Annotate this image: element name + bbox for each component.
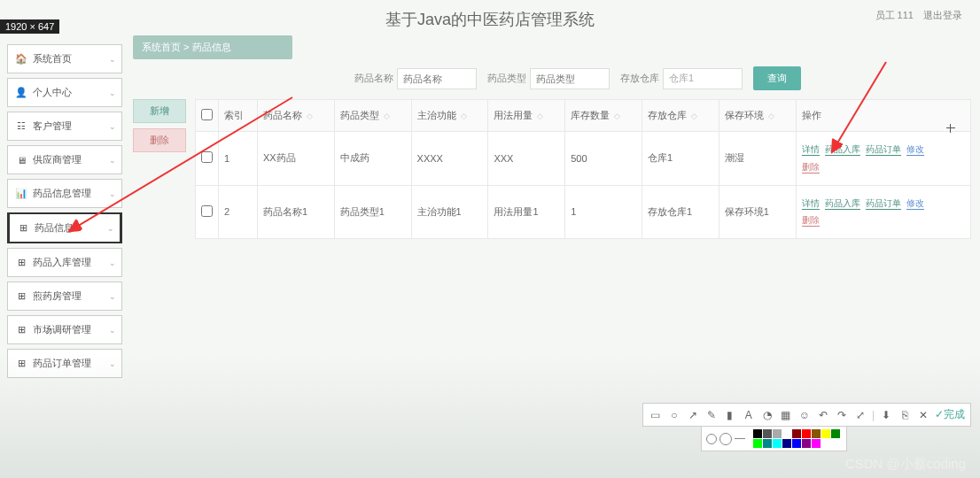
add-button[interactable]: 新增 [133, 99, 186, 123]
in-link[interactable]: 药品入库 [825, 144, 860, 156]
sidebar-item-药品入库管理[interactable]: ⊞药品入库管理⌄ [7, 248, 122, 277]
breadcrumb-current: 药品信息 [192, 42, 231, 52]
menu-label: 市场调研管理 [33, 323, 91, 336]
swatch[interactable] [763, 429, 772, 438]
detail-link[interactable]: 详情 [802, 144, 820, 156]
circle-icon[interactable]: ○ [667, 408, 681, 422]
menu-icon: ☷ [15, 120, 27, 133]
delete-button[interactable]: 删除 [133, 128, 186, 152]
swatch[interactable] [802, 429, 811, 438]
side-actions: 新增 删除 [133, 99, 186, 239]
swatch[interactable] [773, 429, 782, 438]
menu-icon: 🖥 [15, 154, 27, 166]
redo-icon[interactable]: ↷ [835, 408, 849, 422]
edit-link[interactable]: 修改 [906, 198, 924, 210]
col-4[interactable]: 用法用量 ◇ [488, 100, 565, 132]
menu-label: 药品入库管理 [33, 256, 91, 269]
in-link[interactable]: 药品入库 [825, 198, 860, 210]
swatch[interactable] [792, 439, 801, 448]
swatch[interactable] [763, 439, 772, 448]
mosaic-icon[interactable]: ▦ [779, 408, 793, 422]
copy-icon[interactable]: ⎘ [898, 408, 912, 422]
chevron-down-icon: ⌄ [109, 326, 116, 335]
done-button[interactable]: ✓完成 [935, 407, 965, 422]
menu-label: 客户管理 [33, 120, 72, 133]
search-bar: 药品名称 药品类型 存放仓库 查询 [354, 66, 971, 90]
menu-label: 药品信息 [35, 221, 74, 235]
swatch[interactable] [753, 439, 762, 448]
swatch[interactable] [782, 429, 791, 438]
sidebar-item-煎药房管理[interactable]: ⊞煎药房管理⌄ [7, 281, 122, 311]
col-5[interactable]: 库存数量 ◇ [565, 100, 642, 132]
edit-link[interactable]: 修改 [906, 144, 924, 156]
sidebar-item-个人中心[interactable]: 👤个人中心⌄ [7, 78, 122, 107]
cell-usage: 用法用量1 [488, 185, 565, 239]
swatch[interactable] [812, 429, 821, 438]
swatch[interactable] [831, 429, 840, 438]
marker-icon[interactable]: ▮ [723, 408, 737, 422]
dot-small[interactable] [706, 434, 717, 444]
sidebar-item-供应商管理[interactable]: 🖥供应商管理⌄ [7, 145, 122, 174]
chevron-down-icon: ⌄ [109, 156, 116, 165]
select-all[interactable] [196, 100, 219, 132]
screenshot-toolbar[interactable]: ▭ ○ ↗ ✎ ▮ A ◔ ▦ ☺ ↶ ↷ ⤢ | ⬇ ⎘ ✕ ✓完成 [642, 403, 971, 427]
col-2[interactable]: 药品类型 ◇ [334, 100, 411, 132]
swatch[interactable] [782, 439, 791, 448]
text-icon[interactable]: A [742, 408, 756, 422]
cell-usage: XXX [488, 132, 565, 186]
col-1[interactable]: 药品名称 ◇ [257, 100, 334, 132]
swatch[interactable] [773, 439, 782, 448]
dot-large[interactable] [719, 433, 732, 445]
col-8[interactable]: 操作 [796, 100, 970, 132]
type-input[interactable] [530, 68, 610, 89]
sidebar-item-客户管理[interactable]: ☷客户管理⌄ [7, 112, 122, 141]
breadcrumb: 系统首页 > 药品信息 [133, 35, 292, 59]
color-palette[interactable] [701, 426, 847, 451]
pin-icon[interactable]: ⤢ [853, 408, 867, 422]
undo-icon[interactable]: ↶ [816, 408, 830, 422]
col-6[interactable]: 存放仓库 ◇ [642, 100, 719, 132]
arrow-icon[interactable]: ↗ [686, 408, 700, 422]
rect-icon[interactable]: ▭ [649, 408, 663, 422]
row-check[interactable] [196, 132, 219, 186]
col-7[interactable]: 保存环境 ◇ [719, 100, 796, 132]
swatch[interactable] [812, 439, 821, 448]
sidebar-item-药品信息管理[interactable]: 📊药品信息管理⌄ [7, 179, 122, 208]
row-check[interactable] [196, 185, 219, 239]
col-0[interactable]: 索引 [219, 100, 258, 132]
close-icon[interactable]: ✕ [916, 408, 930, 422]
menu-icon: ⊞ [17, 222, 29, 235]
swatch[interactable] [821, 429, 830, 438]
detail-link[interactable]: 详情 [802, 198, 820, 210]
pen-icon[interactable]: ✎ [704, 408, 719, 422]
order-link[interactable]: 药品订单 [866, 144, 901, 156]
sidebar: 🏠系统首页⌄👤个人中心⌄☷客户管理⌄🖥供应商管理⌄📊药品信息管理⌄⊞药品信息⌄⊞… [7, 44, 122, 382]
menu-label: 煎药房管理 [33, 289, 82, 303]
sidebar-item-市场调研管理[interactable]: ⊞市场调研管理⌄ [7, 315, 122, 344]
sidebar-item-系统首页[interactable]: 🏠系统首页⌄ [7, 44, 122, 73]
delete-link[interactable]: 删除 [802, 215, 820, 227]
delete-link[interactable]: 删除 [802, 162, 820, 173]
watermark: CSDN @小蔡coding [845, 456, 966, 473]
col-3[interactable]: 主治功能 ◇ [411, 100, 488, 132]
menu-icon: ⊞ [15, 324, 27, 336]
swatch[interactable] [802, 439, 811, 448]
swatch[interactable] [753, 429, 762, 438]
clock-icon[interactable]: ◔ [760, 408, 774, 422]
sticker-icon[interactable]: ☺ [797, 408, 812, 422]
sidebar-item-药品信息[interactable]: ⊞药品信息⌄ [7, 212, 122, 243]
save-icon[interactable]: ⬇ [879, 408, 893, 422]
name-input[interactable] [397, 68, 477, 89]
line-icon[interactable] [735, 438, 745, 439]
breadcrumb-home[interactable]: 系统首页 [142, 42, 181, 52]
logout-link[interactable]: 退出登录 [923, 10, 962, 20]
chevron-down-icon: ⌄ [109, 189, 116, 198]
data-table: 索引药品名称 ◇药品类型 ◇主治功能 ◇用法用量 ◇库存数量 ◇存放仓库 ◇保存… [195, 99, 971, 239]
swatch[interactable] [792, 429, 801, 438]
store-input[interactable] [663, 68, 743, 89]
cell-store: 仓库1 [642, 132, 719, 186]
order-link[interactable]: 药品订单 [866, 198, 901, 210]
chevron-down-icon: ⌄ [107, 224, 114, 233]
search-button[interactable]: 查询 [753, 66, 801, 90]
cell-stock: 500 [565, 132, 642, 186]
